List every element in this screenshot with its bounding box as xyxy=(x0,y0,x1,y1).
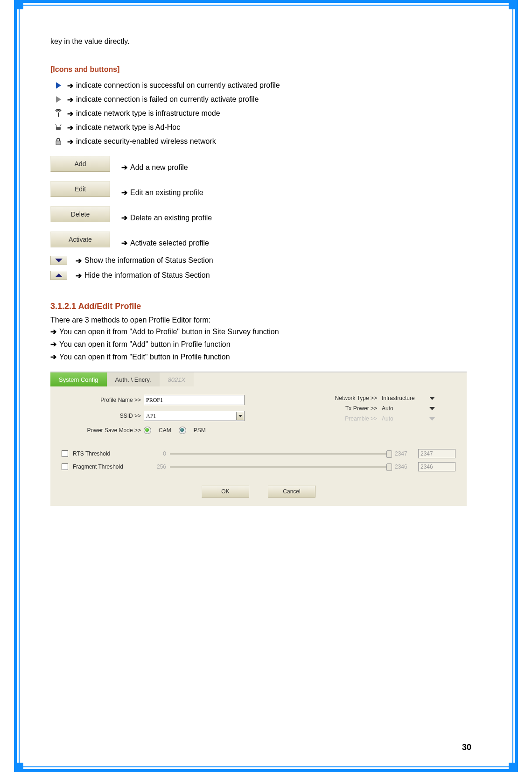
arrow-icon: ➔ xyxy=(67,81,73,90)
page-number: 30 xyxy=(462,743,471,752)
preamble-label: Preamble >> xyxy=(325,415,382,422)
subsection-intro: There are 3 methods to open Profile Edit… xyxy=(50,316,469,324)
arrow-icon: ➔ xyxy=(67,109,73,118)
svg-rect-5 xyxy=(56,141,61,145)
chevron-down-icon xyxy=(55,259,63,262)
profile-name-label: Profile Name >> xyxy=(62,397,144,403)
ssid-combo[interactable]: AP1 xyxy=(144,411,245,421)
frag-checkbox[interactable] xyxy=(62,463,68,470)
rts-value[interactable]: 2347 xyxy=(418,449,455,458)
arrow-icon: ➔ xyxy=(67,95,73,104)
svg-rect-2 xyxy=(56,127,61,130)
cam-radio-label: CAM xyxy=(159,427,171,434)
svg-line-3 xyxy=(56,124,57,127)
chevron-down-icon[interactable] xyxy=(429,407,435,410)
frag-value[interactable]: 2346 xyxy=(418,462,455,471)
method-2: You can open it form "Add" button in Pro… xyxy=(59,340,231,349)
hide-status-desc: Hide the information of Status Section xyxy=(84,271,210,280)
rts-max: 2347 xyxy=(395,450,413,457)
ssid-value: AP1 xyxy=(146,413,156,420)
tx-power-value[interactable]: Auto xyxy=(382,405,426,412)
svg-marker-1 xyxy=(56,96,61,103)
arrow-icon: ➔ xyxy=(67,137,73,146)
cancel-button[interactable]: Cancel xyxy=(268,485,315,498)
legend-adhoc-text: indicate network type is Ad-Hoc xyxy=(76,123,180,132)
activate-button[interactable]: Activate xyxy=(50,232,110,247)
add-button[interactable]: Add xyxy=(50,156,110,172)
rts-min: 0 xyxy=(143,450,170,457)
chevron-down-icon xyxy=(236,412,244,420)
method-3: You can open it from "Edit" button in Pr… xyxy=(59,353,230,361)
delete-button[interactable]: Delete xyxy=(50,206,110,222)
chevron-down-icon xyxy=(429,417,435,421)
activate-desc: Activate selected profile xyxy=(130,239,209,247)
method-1: You can open it from "Add to Profile" bu… xyxy=(59,328,279,336)
arrow-icon: ➔ xyxy=(67,123,73,132)
psm-label: Power Save Mode >> xyxy=(62,427,144,434)
add-desc: Add a new profile xyxy=(130,163,188,172)
frag-max: 2346 xyxy=(395,463,413,470)
icons-heading: [Icons and buttons] xyxy=(50,65,469,74)
show-status-desc: Show the information of Status Section xyxy=(84,256,213,265)
arrow-icon: ➔ xyxy=(121,213,127,222)
network-type-value[interactable]: Infrastructure xyxy=(382,395,426,401)
arrow-icon: ➔ xyxy=(50,327,56,336)
psm-radio[interactable] xyxy=(179,427,186,434)
psm-radio-label: PSM xyxy=(194,427,206,434)
svg-marker-0 xyxy=(56,82,61,89)
tab-system-config[interactable]: System Config xyxy=(50,372,107,386)
chevron-down-icon[interactable] xyxy=(429,397,435,400)
legend-infra-text: indicate network type is infrastructure … xyxy=(76,109,220,118)
ssid-label: SSID >> xyxy=(62,413,144,419)
ok-button[interactable]: OK xyxy=(202,485,249,498)
frag-min: 256 xyxy=(143,463,170,470)
edit-desc: Edit an existing profile xyxy=(130,189,203,197)
arrow-icon: ➔ xyxy=(50,352,56,361)
arrow-icon: ➔ xyxy=(121,239,127,247)
frag-slider[interactable] xyxy=(170,466,391,468)
subsection-heading: 3.1.2.1 Add/Edit Profile xyxy=(50,302,469,311)
expand-down-button[interactable] xyxy=(50,256,67,265)
cam-radio[interactable] xyxy=(144,427,151,434)
rts-slider[interactable] xyxy=(170,453,391,455)
legend-success-text: indicate connection is successful on cur… xyxy=(76,81,280,90)
delete-desc: Delete an existing profile xyxy=(130,214,212,222)
tab-auth-encry[interactable]: Auth. \ Encry. xyxy=(107,372,160,386)
arrow-icon: ➔ xyxy=(121,188,127,197)
svg-line-4 xyxy=(60,124,61,127)
profile-editor-panel: System Config Auth. \ Encry. 8021X Profi… xyxy=(50,372,467,506)
tab-8021x: 8021X xyxy=(160,372,194,386)
arrow-icon: ➔ xyxy=(121,163,127,172)
infrastructure-icon xyxy=(50,108,66,119)
preamble-value: Auto xyxy=(382,415,426,422)
triangle-gray-icon xyxy=(50,94,66,105)
legend-failed-text: indicate connection is failed on current… xyxy=(76,95,259,104)
arrow-icon: ➔ xyxy=(50,340,56,349)
adhoc-icon xyxy=(50,122,66,133)
lock-icon xyxy=(50,136,66,147)
tx-power-label: Tx Power >> xyxy=(325,405,382,412)
arrow-icon: ➔ xyxy=(76,271,82,280)
chevron-up-icon xyxy=(55,274,63,277)
profile-name-input[interactable] xyxy=(144,395,245,405)
frag-label: Fragment Threshold xyxy=(73,463,143,470)
network-type-label: Network Type >> xyxy=(325,395,382,401)
triangle-blue-icon xyxy=(50,80,66,91)
top-note: key in the value directly. xyxy=(50,37,469,46)
arrow-icon: ➔ xyxy=(76,256,82,265)
legend-secure-text: indicate security-enabled wireless netwo… xyxy=(76,137,216,146)
rts-label: RTS Threshold xyxy=(73,450,143,457)
collapse-up-button[interactable] xyxy=(50,271,67,280)
edit-button[interactable]: Edit xyxy=(50,181,110,197)
rts-checkbox[interactable] xyxy=(62,450,68,457)
